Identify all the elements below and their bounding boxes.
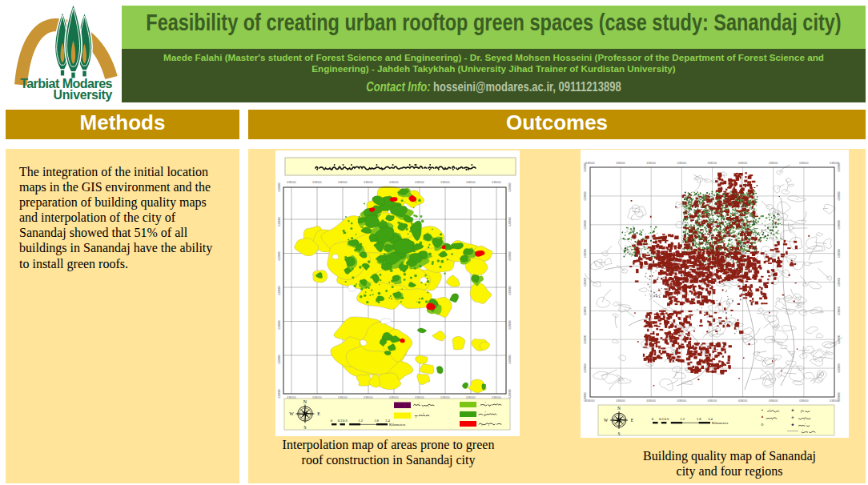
svg-text:638000: 638000	[838, 220, 841, 229]
svg-text:638000: 638000	[584, 335, 587, 343]
svg-text:0.6: 0.6	[665, 417, 669, 421]
svg-text:1.8: 1.8	[697, 417, 701, 421]
svg-text:638000: 638000	[278, 251, 281, 260]
svg-text:638000: 638000	[508, 217, 512, 226]
svg-text:638000: 638000	[278, 217, 281, 226]
svg-text:638000: 638000	[508, 389, 512, 398]
svg-text:638000: 638000	[838, 392, 841, 401]
svg-text:638000: 638000	[838, 278, 841, 287]
svg-text:638000: 638000	[769, 399, 778, 403]
svg-text:638000: 638000	[799, 162, 808, 165]
svg-text:638000: 638000	[616, 399, 625, 403]
svg-text:N: N	[617, 406, 621, 411]
svg-text:638000: 638000	[769, 162, 778, 165]
svg-text:638000: 638000	[466, 181, 475, 184]
svg-text:638000: 638000	[647, 399, 656, 403]
svg-text:S: S	[617, 431, 620, 436]
svg-text:638000: 638000	[838, 307, 841, 315]
svg-text:638000: 638000	[415, 181, 424, 184]
svg-text:638000: 638000	[584, 363, 587, 372]
svg-text:638000: 638000	[278, 286, 281, 295]
svg-text:638000: 638000	[584, 392, 587, 401]
svg-text:638000: 638000	[616, 162, 625, 165]
svg-text:638000: 638000	[677, 162, 686, 165]
svg-text:W: W	[289, 411, 294, 416]
svg-text:638000: 638000	[838, 335, 841, 343]
svg-text:University: University	[54, 88, 113, 102]
svg-text:Kilometers: Kilometers	[389, 423, 406, 427]
svg-text:638000: 638000	[278, 320, 281, 329]
svg-text:638000: 638000	[389, 181, 398, 184]
svg-text:638000: 638000	[278, 355, 281, 363]
svg-text:638000: 638000	[584, 249, 587, 258]
svg-text:638000: 638000	[838, 162, 841, 171]
svg-text:638000: 638000	[584, 278, 587, 287]
svg-text:638000: 638000	[838, 191, 841, 200]
svg-text:638000: 638000	[584, 191, 587, 200]
svg-text:638000: 638000	[584, 307, 587, 315]
svg-text:638000: 638000	[278, 182, 281, 191]
svg-text:638000: 638000	[838, 363, 841, 372]
svg-text:1.8: 1.8	[374, 419, 379, 423]
svg-text:638000: 638000	[738, 162, 747, 165]
svg-text:W: W	[604, 418, 609, 423]
svg-text:1.2: 1.2	[358, 419, 363, 423]
svg-text:638000: 638000	[738, 399, 747, 403]
svg-text:638000: 638000	[508, 182, 512, 191]
svg-text:638000: 638000	[287, 181, 295, 184]
svg-text:638000: 638000	[508, 251, 512, 260]
svg-text:638000: 638000	[508, 320, 512, 329]
svg-text:0.6: 0.6	[343, 419, 348, 423]
svg-text:638000: 638000	[440, 181, 449, 184]
svg-text:638000: 638000	[677, 399, 686, 403]
svg-text:N: N	[303, 399, 307, 404]
svg-text:0.3: 0.3	[659, 417, 664, 421]
svg-text:638000: 638000	[708, 399, 717, 403]
svg-text:638000: 638000	[492, 181, 500, 184]
svg-text:638000: 638000	[584, 220, 587, 229]
svg-text:Kilometers: Kilometers	[712, 421, 729, 425]
svg-text:638000: 638000	[312, 181, 321, 184]
svg-text:638000: 638000	[508, 286, 512, 295]
svg-text:638000: 638000	[584, 162, 587, 171]
svg-text:638000: 638000	[508, 355, 512, 363]
svg-text:1.2: 1.2	[680, 417, 685, 421]
svg-text:638000: 638000	[278, 389, 281, 398]
svg-text:638000: 638000	[647, 162, 656, 165]
svg-text:638000: 638000	[708, 162, 717, 165]
svg-text:638000: 638000	[338, 181, 347, 184]
svg-text:638000: 638000	[838, 249, 841, 258]
svg-text:638000: 638000	[799, 399, 808, 403]
svg-text:S: S	[303, 425, 306, 430]
svg-text:638000: 638000	[364, 181, 372, 184]
svg-text:E: E	[317, 411, 320, 416]
